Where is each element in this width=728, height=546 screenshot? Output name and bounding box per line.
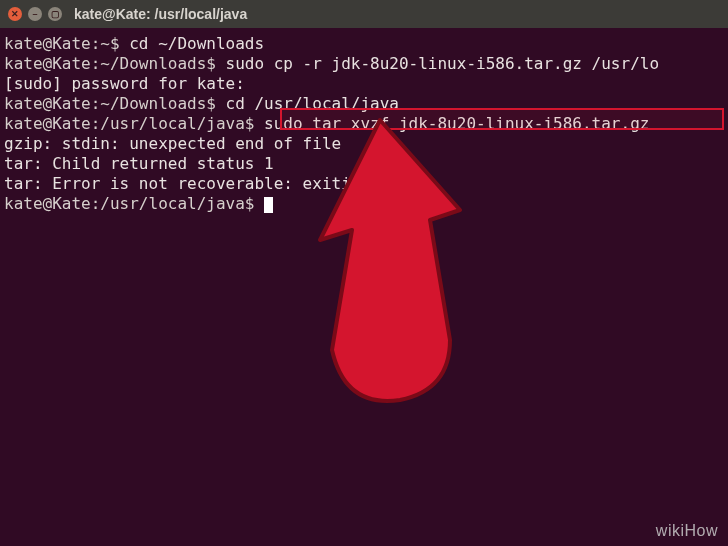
minimize-icon[interactable]: – [28,7,42,21]
prompt: kate@Kate:~/Downloads$ [4,54,216,73]
prompt: kate@Kate:~$ [4,34,120,53]
terminal-line: kate@Kate:/usr/local/java$ [4,194,724,214]
close-icon[interactable]: ✕ [8,7,22,21]
watermark: wikiHow [656,522,718,540]
command-text: sudo cp -r jdk-8u20-linux-i586.tar.gz /u… [216,54,659,73]
command-text [254,194,264,213]
cursor [264,197,273,213]
terminal-line: kate@Kate:~/Downloads$ sudo cp -r jdk-8u… [4,54,724,74]
prompt: kate@Kate:/usr/local/java$ [4,194,254,213]
terminal-line: tar: Error is not recoverable: exiti [4,174,724,194]
terminal-line: tar: Child returned status 1 [4,154,724,174]
command-text: tar: Child returned status 1 [4,154,274,173]
terminal-line: kate@Kate:/usr/local/java$ sudo tar xvzf… [4,114,724,134]
command-text: cd /usr/local/java [216,94,399,113]
window-title: kate@Kate: /usr/local/java [74,6,247,22]
prompt: kate@Kate:/usr/local/java$ [4,114,254,133]
command-text: gzip: stdin: unexpected end of file [4,134,341,153]
command-text: tar: Error is not recoverable: exiti [4,174,351,193]
maximize-icon[interactable]: ▢ [48,7,62,21]
command-text: cd ~/Downloads [120,34,265,53]
terminal-line: gzip: stdin: unexpected end of file [4,134,724,154]
terminal-line: kate@Kate:~$ cd ~/Downloads [4,34,724,54]
terminal-line: [sudo] password for kate: [4,74,724,94]
terminal-area[interactable]: kate@Kate:~$ cd ~/Downloadskate@Kate:~/D… [0,28,728,220]
command-text: [sudo] password for kate: [4,74,245,93]
window-controls: ✕ – ▢ [8,7,62,21]
prompt: kate@Kate:~/Downloads$ [4,94,216,113]
command-text: sudo tar xvzf jdk-8u20-linux-i586.tar.gz [254,114,649,133]
window-titlebar: ✕ – ▢ kate@Kate: /usr/local/java [0,0,728,28]
terminal-line: kate@Kate:~/Downloads$ cd /usr/local/jav… [4,94,724,114]
